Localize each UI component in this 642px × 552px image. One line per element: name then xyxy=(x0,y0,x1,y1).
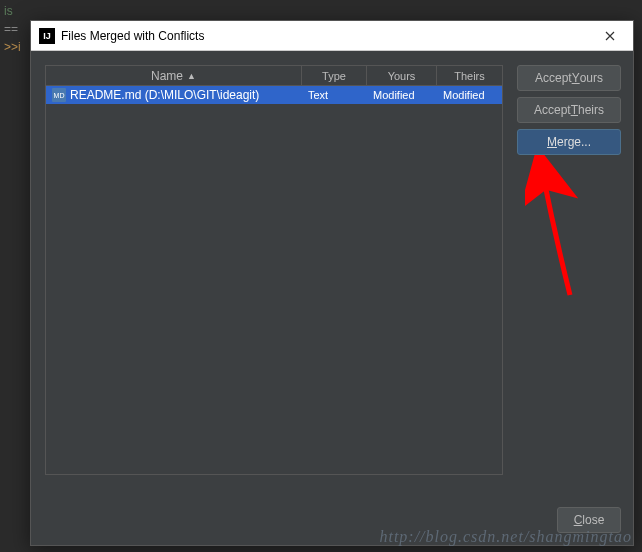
column-type[interactable]: Type xyxy=(302,66,367,85)
column-name[interactable]: Name▲ xyxy=(46,66,302,85)
sort-asc-icon: ▲ xyxy=(187,71,196,81)
watermark: http://blog.csdn.net/shangmingtao xyxy=(379,528,632,546)
dialog-title: Files Merged with Conflicts xyxy=(61,29,595,43)
dialog-body: Name▲ Type Yours Theirs MD README.md (D:… xyxy=(31,51,633,499)
app-icon: IJ xyxy=(39,28,55,44)
accept-theirs-button[interactable]: Accept Theirs xyxy=(517,97,621,123)
cell-theirs: Modified xyxy=(437,89,502,101)
column-yours[interactable]: Yours xyxy=(367,66,437,85)
table-body: MD README.md (D:\MILO\GIT\ideagit) Text … xyxy=(46,86,502,474)
close-icon[interactable] xyxy=(595,22,625,50)
column-theirs[interactable]: Theirs xyxy=(437,66,502,85)
merge-conflicts-dialog: IJ Files Merged with Conflicts Name▲ Typ… xyxy=(30,20,634,546)
merge-button[interactable]: Merge... xyxy=(517,129,621,155)
cell-yours: Modified xyxy=(367,89,437,101)
cell-type: Text xyxy=(302,89,367,101)
markdown-file-icon: MD xyxy=(52,88,66,102)
conflicts-table-area: Name▲ Type Yours Theirs MD README.md (D:… xyxy=(45,65,503,489)
table-row[interactable]: MD README.md (D:\MILO\GIT\ideagit) Text … xyxy=(46,86,502,104)
accept-yours-button[interactable]: Accept Yours xyxy=(517,65,621,91)
cell-filename: MD README.md (D:\MILO\GIT\ideagit) xyxy=(46,88,302,102)
action-buttons: Accept Yours Accept Theirs Merge... xyxy=(517,65,621,489)
titlebar: IJ Files Merged with Conflicts xyxy=(31,21,633,51)
conflicts-table: Name▲ Type Yours Theirs MD README.md (D:… xyxy=(45,65,503,475)
table-header: Name▲ Type Yours Theirs xyxy=(46,66,502,86)
